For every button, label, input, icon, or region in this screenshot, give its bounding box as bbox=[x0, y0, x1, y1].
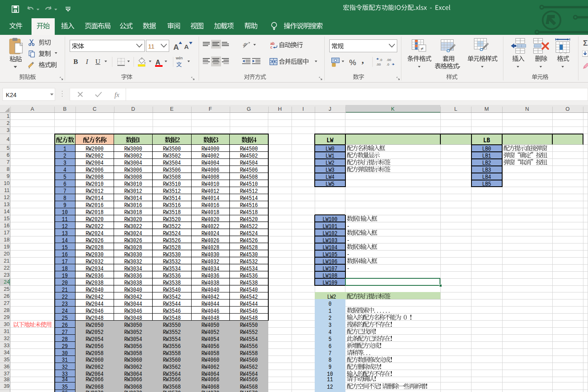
svg-text:≠: ≠ bbox=[420, 46, 423, 52]
svg-text:.00: .00 bbox=[376, 63, 381, 66]
svg-text:.0: .0 bbox=[379, 58, 382, 62]
svg-text:.00: .00 bbox=[386, 58, 391, 62]
svg-text:ab: ab bbox=[242, 42, 248, 48]
svg-text:.0: .0 bbox=[386, 63, 389, 66]
svg-text:c: c bbox=[270, 45, 272, 49]
